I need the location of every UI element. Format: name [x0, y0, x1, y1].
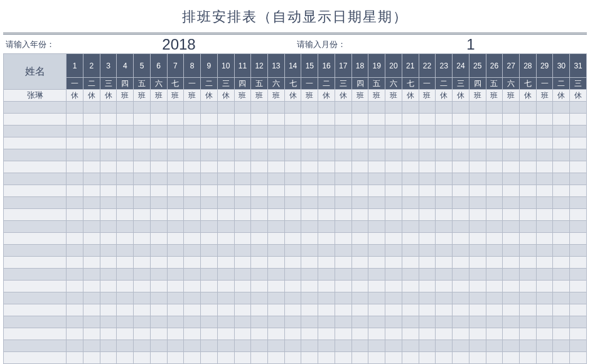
shift-cell[interactable]: 休: [67, 90, 83, 102]
shift-cell[interactable]: [368, 316, 385, 328]
shift-cell[interactable]: [520, 173, 537, 185]
shift-cell[interactable]: [117, 233, 134, 245]
shift-cell[interactable]: [503, 328, 520, 340]
shift-cell[interactable]: [486, 316, 503, 328]
shift-cell[interactable]: [117, 173, 134, 185]
shift-cell[interactable]: [301, 173, 318, 185]
shift-cell[interactable]: [234, 233, 251, 245]
shift-cell[interactable]: [368, 197, 385, 209]
shift-cell[interactable]: [469, 292, 486, 304]
shift-cell[interactable]: [117, 185, 134, 197]
shift-cell[interactable]: [318, 233, 335, 245]
shift-cell[interactable]: [251, 340, 268, 352]
shift-cell[interactable]: [267, 185, 284, 197]
shift-cell[interactable]: [368, 233, 385, 245]
shift-cell[interactable]: [520, 304, 537, 316]
shift-cell[interactable]: [251, 149, 268, 161]
shift-cell[interactable]: 休: [453, 90, 469, 102]
shift-cell[interactable]: [134, 257, 151, 269]
shift-cell[interactable]: [318, 114, 335, 126]
shift-cell[interactable]: [469, 102, 486, 114]
shift-cell[interactable]: [201, 221, 218, 233]
shift-cell[interactable]: [351, 281, 368, 292]
shift-cell[interactable]: [201, 257, 218, 269]
shift-cell[interactable]: [335, 233, 351, 245]
shift-cell[interactable]: [267, 304, 284, 316]
shift-cell[interactable]: [150, 126, 167, 137]
shift-cell[interactable]: [267, 257, 284, 269]
shift-cell[interactable]: [267, 269, 284, 281]
shift-cell[interactable]: [520, 257, 537, 269]
shift-cell[interactable]: [134, 197, 151, 209]
shift-cell[interactable]: [385, 340, 402, 352]
shift-cell[interactable]: [217, 292, 234, 304]
shift-cell[interactable]: [184, 126, 201, 137]
shift-cell[interactable]: [184, 221, 201, 233]
shift-cell[interactable]: [318, 281, 335, 292]
shift-cell[interactable]: [335, 245, 351, 257]
shift-cell[interactable]: [251, 102, 268, 114]
shift-cell[interactable]: [368, 292, 385, 304]
shift-cell[interactable]: [453, 304, 469, 316]
shift-cell[interactable]: [201, 316, 218, 328]
shift-cell[interactable]: [469, 304, 486, 316]
shift-cell[interactable]: [284, 161, 301, 173]
shift-cell[interactable]: [453, 233, 469, 245]
shift-cell[interactable]: [150, 197, 167, 209]
shift-cell[interactable]: [520, 328, 537, 340]
shift-cell[interactable]: [284, 281, 301, 292]
shift-cell[interactable]: [150, 185, 167, 197]
shift-cell[interactable]: [536, 257, 553, 269]
shift-cell[interactable]: [536, 304, 553, 316]
shift-cell[interactable]: [100, 102, 117, 114]
shift-cell[interactable]: [201, 269, 218, 281]
shift-cell[interactable]: [553, 173, 570, 185]
shift-cell[interactable]: [351, 161, 368, 173]
shift-cell[interactable]: [536, 292, 553, 304]
shift-cell[interactable]: [318, 185, 335, 197]
shift-cell[interactable]: [301, 102, 318, 114]
shift-cell[interactable]: [134, 126, 151, 137]
shift-cell[interactable]: [284, 185, 301, 197]
shift-cell[interactable]: [217, 269, 234, 281]
shift-cell[interactable]: [83, 316, 100, 328]
shift-cell[interactable]: [217, 316, 234, 328]
shift-cell[interactable]: [351, 316, 368, 328]
shift-cell[interactable]: [150, 281, 167, 292]
shift-cell[interactable]: [67, 292, 83, 304]
shift-cell[interactable]: [385, 233, 402, 245]
shift-cell[interactable]: [469, 185, 486, 197]
shift-cell[interactable]: [301, 233, 318, 245]
shift-cell[interactable]: [486, 233, 503, 245]
shift-cell[interactable]: [267, 102, 284, 114]
shift-cell[interactable]: [536, 269, 553, 281]
name-cell[interactable]: [4, 245, 67, 257]
shift-cell[interactable]: [83, 114, 100, 126]
shift-cell[interactable]: [553, 185, 570, 197]
shift-cell[interactable]: [284, 173, 301, 185]
shift-cell[interactable]: [100, 316, 117, 328]
shift-cell[interactable]: [469, 161, 486, 173]
shift-cell[interactable]: [520, 340, 537, 352]
shift-cell[interactable]: [385, 304, 402, 316]
shift-cell[interactable]: [67, 185, 83, 197]
shift-cell[interactable]: [234, 352, 251, 364]
shift-cell[interactable]: [150, 114, 167, 126]
shift-cell[interactable]: [453, 173, 469, 185]
shift-cell[interactable]: [134, 304, 151, 316]
shift-cell[interactable]: [335, 352, 351, 364]
shift-cell[interactable]: [486, 221, 503, 233]
shift-cell[interactable]: [184, 209, 201, 221]
shift-cell[interactable]: [469, 257, 486, 269]
shift-cell[interactable]: [184, 102, 201, 114]
shift-cell[interactable]: [536, 245, 553, 257]
shift-cell[interactable]: [284, 340, 301, 352]
shift-cell[interactable]: [469, 137, 486, 149]
shift-cell[interactable]: [284, 102, 301, 114]
shift-cell[interactable]: [520, 281, 537, 292]
shift-cell[interactable]: 班: [486, 90, 503, 102]
shift-cell[interactable]: [301, 137, 318, 149]
shift-cell[interactable]: 休: [436, 90, 453, 102]
shift-cell[interactable]: [251, 114, 268, 126]
shift-cell[interactable]: 班: [117, 90, 134, 102]
